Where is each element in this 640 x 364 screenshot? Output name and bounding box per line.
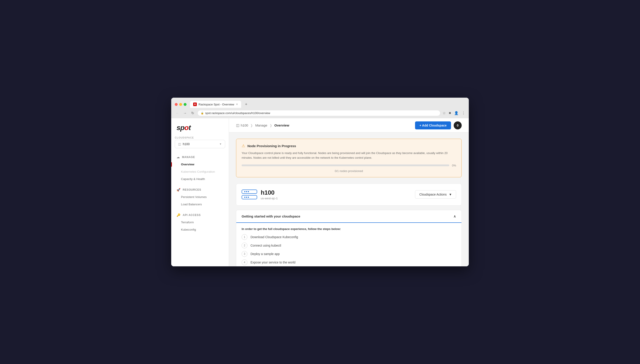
server-dot: [246, 191, 247, 192]
sidebar-item-kubernetes-config[interactable]: Kubernetes Configuration: [171, 168, 229, 175]
cloudspace-chevron-icon: ▼: [219, 142, 222, 146]
rocket-icon: 🚀: [177, 188, 181, 192]
browser-window: R Rackspace Spot - Overview ✕ + ← → ↻ 🔒 …: [171, 98, 469, 266]
resources-section: 🚀 RESOURCES Persistent Volumes Load Bala…: [171, 184, 229, 210]
warning-description: Your Cloudspace control plane is ready a…: [242, 151, 456, 160]
address-bar[interactable]: 🔒 spot.rackspace.com/ui/cloudspaces/h100…: [197, 110, 440, 116]
manage-section: ☁ MANAGE Overview Kubernetes Configurati…: [171, 152, 229, 184]
getting-started-body: In order to get the full cloudspace expe…: [236, 223, 461, 266]
server-dot: [248, 191, 249, 192]
traffic-lights: [175, 103, 187, 106]
top-bar: ◫ h100 ❱ Manage ❱ Overview + Add Cloudsp…: [229, 118, 469, 132]
warning-banner: ⚠ Node Provisioning in Progress Your Clo…: [236, 139, 462, 177]
maximize-traffic-light[interactable]: [184, 103, 187, 106]
server-dots-1: [244, 191, 249, 192]
step-item-4: 4 Expose your service to the world: [242, 260, 456, 265]
cloudspace-info: h100 us-west-sjc-1: [242, 189, 278, 200]
breadcrumb-manage: Manage: [255, 124, 267, 127]
sidebar-item-persistent-volumes[interactable]: Persistent Volumes: [171, 193, 229, 201]
api-section-header: 🔑 API ACCESS: [171, 212, 229, 218]
tab-close-icon[interactable]: ✕: [236, 103, 238, 106]
key-icon: 🔑: [177, 213, 181, 217]
api-section: 🔑 API ACCESS Terraform Kubeconfig: [171, 210, 229, 235]
breadcrumb: ◫ h100 ❱ Manage ❱ Overview: [236, 123, 289, 128]
step-label-2: Connect using kubectl: [251, 244, 281, 247]
breadcrumb-cloudspace: ◫ h100: [236, 123, 248, 128]
sidebar-item-terraform[interactable]: Terraform: [171, 218, 229, 226]
spot-logo: spot: [177, 124, 223, 132]
progress-percent: 0%: [452, 164, 456, 167]
server-icon-row-2: [242, 195, 257, 199]
resources-section-header: 🚀 RESOURCES: [171, 186, 229, 193]
server-icon-row-1: [242, 190, 257, 194]
cloudspace-name: h100: [261, 189, 278, 196]
cloudspace-selector-name: h100: [183, 142, 217, 146]
cloudspace-actions-button[interactable]: Cloudspace Actions ▼: [415, 190, 456, 199]
step-item-1: 1 Download Cloudspace Kubeconfig: [242, 234, 456, 240]
step-num-3: 3: [242, 251, 247, 257]
step-num-1: 1: [242, 234, 247, 240]
breadcrumb-manage-label: Manage: [255, 124, 267, 127]
bookmark-icon[interactable]: ☆: [443, 111, 446, 115]
step-num-2: 2: [242, 242, 247, 248]
sidebar-item-capacity-health[interactable]: Capacity & Health: [171, 175, 229, 183]
tab-title: Rackspace Spot - Overview: [199, 103, 234, 106]
sidebar-item-load-balancers[interactable]: Load Balancers: [171, 201, 229, 208]
notification-button[interactable]: 0: [454, 122, 462, 130]
app-container: spot Cloudspace ◫ h100 ▼ ☁ MANAGE Overvi…: [171, 118, 469, 266]
extensions-icon[interactable]: ■: [449, 111, 451, 115]
getting-started-collapse-icon: ∧: [453, 214, 456, 218]
warning-icon: ⚠: [242, 144, 245, 148]
manage-section-header: ☁ MANAGE: [171, 154, 229, 161]
step-label-4: Expose your service to the world: [251, 260, 295, 264]
profile-icon[interactable]: 👤: [454, 111, 459, 115]
breadcrumb-cloudspace-name: h100: [241, 124, 248, 127]
logo-area: spot: [171, 118, 229, 136]
getting-started-header[interactable]: Getting started with your cloudspace ∧: [236, 210, 461, 223]
getting-started-intro: In order to get the full cloudspace expe…: [242, 227, 456, 230]
cloudspace-selector[interactable]: ◫ h100 ▼: [175, 140, 225, 148]
browser-titlebar: R Rackspace Spot - Overview ✕ +: [171, 98, 469, 108]
warning-header: ⚠ Node Provisioning in Progress: [242, 144, 456, 148]
url-text: spot.rackspace.com/ui/cloudspaces/h100/o…: [205, 112, 270, 115]
breadcrumb-current: Overview: [274, 124, 289, 127]
breadcrumb-sep-2: ❱: [270, 124, 272, 127]
server-dot: [246, 197, 247, 198]
menu-icon[interactable]: ⋮: [462, 111, 465, 115]
progress-row: 0%: [242, 164, 456, 167]
getting-started-title: Getting started with your cloudspace: [242, 214, 300, 218]
server-dot: [248, 197, 249, 198]
reload-button[interactable]: ↻: [190, 111, 195, 115]
step-label-1: Download Cloudspace Kubeconfig: [251, 235, 298, 239]
sidebar-item-kubeconfig[interactable]: Kubeconfig: [171, 226, 229, 233]
sidebar: spot Cloudspace ◫ h100 ▼ ☁ MANAGE Overvi…: [171, 118, 229, 266]
cloudspace-section-label: Cloudspace: [171, 136, 229, 140]
browser-actions: ☆ ■ 👤 ⋮: [443, 111, 465, 115]
cloudspace-card: h100 us-west-sjc-1 Cloudspace Actions ▼: [236, 184, 462, 206]
cloudspace-actions-label: Cloudspace Actions: [419, 193, 447, 196]
top-bar-actions: + Add Cloudspace 0: [415, 122, 462, 130]
main-content: ◫ h100 ❱ Manage ❱ Overview + Add Cloudsp…: [229, 118, 469, 266]
breadcrumb-sep-1: ❱: [250, 124, 253, 127]
add-cloudspace-button[interactable]: + Add Cloudspace: [415, 122, 451, 130]
server-dot: [244, 191, 245, 192]
browser-addressbar: ← → ↻ 🔒 spot.rackspace.com/ui/cloudspace…: [171, 108, 469, 118]
nodes-provisioned: 0/1 nodes provisioned: [242, 169, 456, 173]
forward-button[interactable]: →: [182, 111, 188, 115]
warning-title: Node Provisioning in Progress: [247, 144, 296, 148]
tab-favicon: R: [193, 102, 197, 106]
cloudspace-region: us-west-sjc-1: [261, 197, 278, 200]
step-label-3: Deploy a sample app: [251, 252, 280, 256]
back-button[interactable]: ←: [175, 111, 180, 115]
server-dot: [244, 197, 245, 198]
minimize-traffic-light[interactable]: [179, 103, 182, 106]
server-dots-2: [244, 197, 249, 198]
step-list: 1 Download Cloudspace Kubeconfig 2 Conne…: [242, 234, 456, 265]
browser-tab[interactable]: R Rackspace Spot - Overview ✕: [190, 101, 241, 108]
close-traffic-light[interactable]: [175, 103, 178, 106]
new-tab-button[interactable]: +: [243, 101, 249, 108]
browser-chrome: R Rackspace Spot - Overview ✕ + ← → ↻ 🔒 …: [171, 98, 469, 118]
page-body: ⚠ Node Provisioning in Progress Your Clo…: [229, 132, 469, 266]
step-item-2: 2 Connect using kubectl: [242, 242, 456, 248]
sidebar-item-overview[interactable]: Overview: [171, 161, 229, 168]
